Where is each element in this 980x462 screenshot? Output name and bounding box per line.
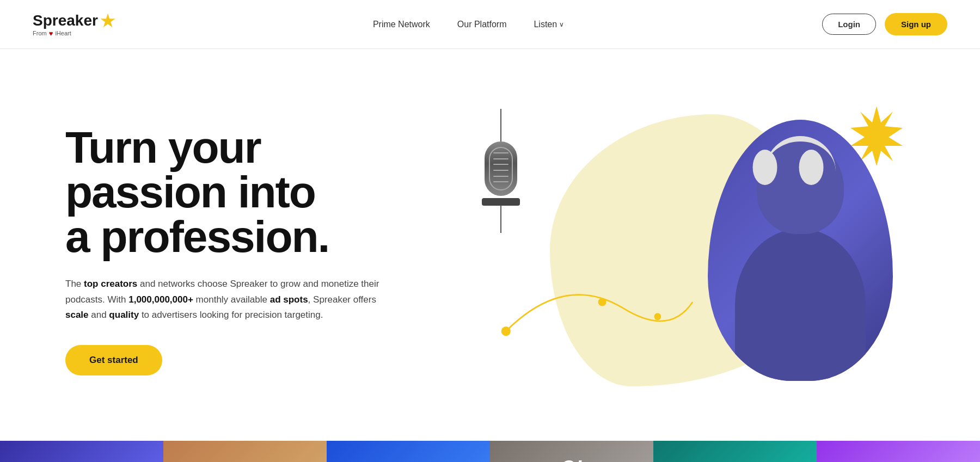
headphone-left-earcup — [753, 150, 777, 185]
login-button[interactable]: Login — [822, 14, 876, 35]
mic-stand-bottom — [500, 206, 501, 233]
header-actions: Login Sign up — [822, 13, 947, 35]
logo-name: Spreaker — [33, 12, 98, 29]
podcast-card-5[interactable]: STORM HOT — [653, 441, 817, 462]
person-face — [708, 120, 893, 381]
podcast-card-3[interactable] — [327, 441, 490, 462]
hero-heading-line1: Turn your — [65, 122, 261, 172]
mic-grille-line — [493, 170, 509, 171]
hero-left: Turn your passion into a profession. The… — [65, 125, 446, 376]
mic-grille-line — [493, 181, 509, 182]
from-label: From — [33, 30, 47, 36]
podcast-card-6[interactable] — [817, 441, 980, 462]
podcast-card-2-label: ITCHY & — [218, 458, 273, 462]
nav-prime-network[interactable]: Prime Network — [373, 20, 430, 29]
hero-right — [446, 87, 926, 414]
person-body — [735, 229, 866, 381]
mic-base — [482, 198, 520, 206]
mic-grille-line — [493, 158, 509, 159]
hero-bold-ad-spots: ad spots — [270, 294, 308, 305]
hero-section: Turn your passion into a profession. The… — [0, 49, 980, 441]
iheart-icon: ♥ — [49, 29, 53, 38]
person-illustration — [708, 120, 893, 381]
hero-body-prefix: The — [65, 279, 84, 289]
logo-area: Spreaker★ From ♥ iHeart — [33, 11, 115, 38]
hero-bold-scale: scale — [65, 310, 89, 320]
nav-listen[interactable]: Listen ∨ — [534, 20, 564, 29]
mic-body — [485, 141, 517, 196]
podcast-card-1[interactable]: ITCHY & — [0, 441, 163, 462]
listen-label: Listen — [534, 20, 557, 29]
hero-body-mid4: and — [89, 310, 109, 320]
svg-point-1 — [501, 327, 511, 336]
hero-heading-line2: passion into — [65, 167, 315, 217]
hero-bold-billion: 1,000,000,000+ — [128, 294, 193, 305]
hero-heading: Turn your passion into a profession. — [65, 125, 446, 259]
mic-grille-line — [493, 176, 509, 177]
main-nav: Prime Network Our Platform Listen ∨ — [373, 20, 564, 29]
hero-body-mid2: monthly available — [193, 294, 270, 305]
chevron-down-icon: ∨ — [559, 21, 564, 28]
hero-heading-line3: a profession. — [65, 212, 329, 261]
hero-bold-quality: quality — [109, 310, 139, 320]
hero-body-mid3: , Spreaker offers — [308, 294, 376, 305]
podcast-card-2[interactable]: ITCHY & — [163, 441, 327, 462]
mic-stand-top — [500, 109, 501, 141]
podcast-card-4-label: Ci — [556, 451, 587, 462]
podcast-card-1-label: ITCHY & — [54, 458, 109, 462]
logo-star: ★ — [100, 11, 115, 30]
podcast-card-4[interactable]: Ci — [490, 441, 653, 462]
iheart-label: iHeart — [55, 30, 71, 36]
get-started-button[interactable]: Get started — [65, 345, 162, 375]
hero-body-suffix: to advertisers looking for precision tar… — [139, 310, 323, 320]
mic-grille-line — [493, 164, 509, 165]
podcast-card-5-label: STORM HOT — [705, 459, 765, 462]
microphone-illustration — [468, 109, 534, 261]
signup-button[interactable]: Sign up — [885, 13, 947, 35]
hero-body: The top creators and networks choose Spr… — [65, 276, 381, 324]
hero-bold-top-creators: top creators — [84, 279, 137, 289]
nav-our-platform[interactable]: Our Platform — [457, 20, 507, 29]
mic-grille-line — [493, 152, 509, 153]
podcast-strip: ITCHY & ITCHY & Ci STORM HOT — [0, 441, 980, 462]
headphone-right-earcup — [799, 150, 824, 185]
header: Spreaker★ From ♥ iHeart Prime Network Ou… — [0, 0, 980, 49]
logo[interactable]: Spreaker★ — [33, 11, 115, 30]
logo-subtitle: From ♥ iHeart — [33, 29, 71, 38]
mic-grille — [489, 147, 513, 190]
